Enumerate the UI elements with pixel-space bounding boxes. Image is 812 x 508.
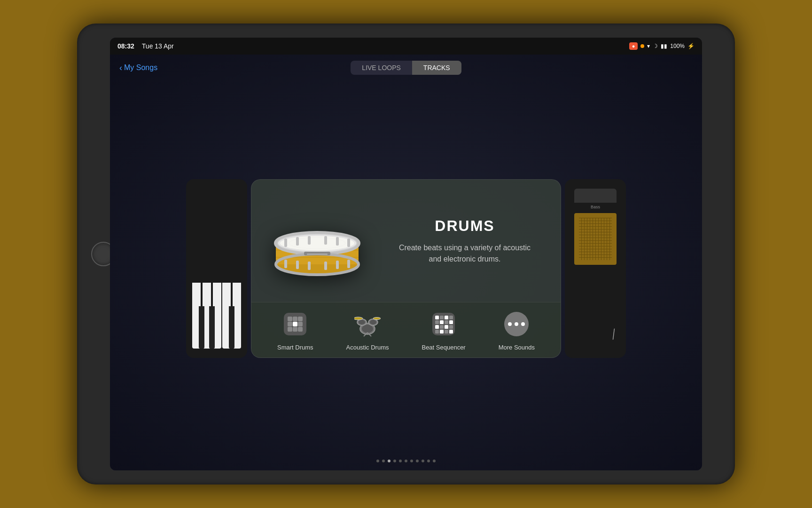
battery-percent: 100%: [670, 43, 685, 49]
smart-drums-button[interactable]: Smart Drums: [270, 305, 321, 355]
svg-rect-13: [336, 237, 339, 246]
acoustic-drums-button[interactable]: Acoustic Drums: [338, 305, 396, 355]
amp-display: Bass ╱: [565, 179, 626, 358]
svg-point-61: [508, 322, 512, 326]
svg-rect-57: [440, 330, 444, 333]
amp-top: [574, 189, 617, 203]
svg-rect-54: [445, 325, 448, 329]
svg-rect-14: [347, 238, 350, 247]
piano-black-key: [229, 306, 234, 349]
svg-point-40: [373, 318, 381, 320]
svg-rect-9: [284, 238, 287, 247]
svg-point-39: [354, 317, 363, 320]
svg-rect-24: [288, 317, 292, 321]
cable-icon: ╱: [610, 328, 618, 340]
page-dot-3: [388, 460, 390, 462]
svg-rect-53: [440, 325, 444, 329]
piano-black-key: [209, 306, 215, 349]
svg-rect-50: [445, 320, 448, 324]
svg-rect-26: [298, 317, 303, 321]
svg-rect-59: [449, 330, 453, 333]
page-dot-2: [382, 460, 385, 462]
status-time: 08:32: [117, 42, 134, 50]
svg-rect-25: [293, 317, 297, 321]
page-dot-11: [433, 460, 436, 462]
svg-rect-51: [449, 320, 453, 324]
svg-rect-46: [445, 316, 448, 319]
svg-rect-31: [293, 327, 297, 332]
beat-sequencer-icon: [429, 309, 459, 339]
page-dot-9: [422, 460, 424, 462]
svg-rect-28: [293, 322, 297, 326]
svg-point-63: [521, 322, 525, 326]
svg-rect-17: [308, 262, 311, 270]
beat-sequencer-button[interactable]: Beat Sequencer: [414, 305, 473, 355]
svg-rect-22: [307, 254, 328, 255]
svg-rect-56: [435, 330, 439, 333]
wifi-icon: ▾: [647, 43, 650, 49]
amp-brand: Bass: [591, 205, 600, 209]
svg-rect-44: [435, 316, 439, 319]
svg-rect-52: [435, 325, 439, 329]
acoustic-drums-label: Acoustic Drums: [346, 344, 389, 351]
page-dots: [110, 456, 702, 470]
tab-tracks[interactable]: TRACKS: [412, 61, 461, 75]
svg-point-6: [280, 236, 355, 251]
piano-panel[interactable]: [186, 179, 247, 358]
back-label: My Songs: [124, 64, 157, 72]
status-date: Tue 13 Apr: [142, 42, 174, 50]
page-dot-7: [410, 460, 413, 462]
svg-rect-19: [336, 261, 339, 269]
smart-drums-icon: [280, 309, 310, 339]
page-dot-5: [399, 460, 402, 462]
screen-bezel: 08:32 Tue 13 Apr ● ▾ ☽ ▮▮ 100% ⚡ ‹ My So…: [110, 38, 702, 470]
back-button[interactable]: ‹ My Songs: [119, 63, 157, 73]
piano-black-key: [199, 306, 204, 349]
piano-keys: [186, 179, 247, 358]
record-indicator: ●: [629, 42, 638, 50]
status-right: ● ▾ ☽ ▮▮ 100% ⚡: [629, 42, 695, 50]
svg-rect-16: [296, 261, 299, 269]
drums-title: DRUMS: [383, 217, 547, 235]
drum-image: [265, 194, 369, 288]
svg-point-38: [370, 320, 376, 325]
drum-info: DRUMS Create beats using a variety of ac…: [383, 217, 547, 265]
drums-description: Create beats using a variety of acoustic…: [383, 242, 547, 265]
svg-rect-49: [440, 320, 444, 324]
svg-rect-15: [284, 260, 287, 268]
snare-drum-svg: [270, 196, 364, 286]
svg-rect-47: [449, 316, 453, 319]
svg-rect-45: [440, 316, 444, 319]
drums-card[interactable]: DRUMS Create beats using a variety of ac…: [251, 179, 561, 358]
beat-sequencer-label: Beat Sequencer: [422, 344, 465, 351]
drums-card-bottom: Smart Drums: [251, 302, 561, 357]
svg-rect-18: [324, 262, 327, 270]
charging-icon: ⚡: [687, 43, 695, 49]
svg-rect-32: [298, 327, 303, 332]
smart-drums-label: Smart Drums: [277, 344, 313, 351]
top-nav: ‹ My Songs LIVE LOOPS TRACKS: [110, 55, 702, 81]
page-dot-4: [393, 460, 396, 462]
svg-point-36: [359, 320, 365, 325]
screen-content: ‹ My Songs LIVE LOOPS TRACKS: [110, 55, 702, 470]
svg-rect-12: [324, 236, 327, 245]
tablet-shell: 08:32 Tue 13 Apr ● ▾ ☽ ▮▮ 100% ⚡ ‹ My So…: [77, 24, 735, 484]
acoustic-drums-icon: [352, 309, 383, 339]
more-sounds-label: More Sounds: [499, 344, 535, 351]
page-dot-1: [376, 460, 379, 462]
svg-point-34: [362, 325, 373, 333]
svg-rect-11: [308, 236, 311, 245]
tab-group: LIVE LOOPS TRACKS: [351, 61, 461, 75]
carousel-area: DRUMS Create beats using a variety of ac…: [110, 81, 702, 456]
page-dot-8: [416, 460, 419, 462]
svg-rect-58: [445, 330, 448, 333]
svg-point-62: [515, 322, 518, 326]
drums-card-top: DRUMS Create beats using a variety of ac…: [251, 180, 561, 302]
amp-panel[interactable]: Bass ╱: [565, 179, 626, 358]
svg-rect-29: [298, 322, 303, 326]
tab-live-loops[interactable]: LIVE LOOPS: [351, 61, 412, 75]
back-chevron-icon: ‹: [119, 63, 122, 73]
amp-speaker-grid: [579, 218, 612, 260]
svg-rect-27: [288, 322, 292, 326]
more-sounds-button[interactable]: More Sounds: [491, 305, 542, 355]
